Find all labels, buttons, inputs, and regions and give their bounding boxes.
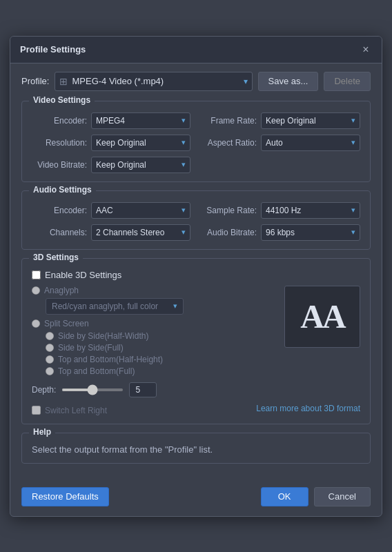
frame-rate-value: Keep Original [266,116,351,126]
profile-value: MPEG-4 Video (*.mp4) [72,76,239,86]
sample-rate-select[interactable]: 44100 Hz ▾ [261,202,360,219]
side-by-side-full-label: Side by Side(Full) [58,343,124,353]
profile-row: Profile: ⊞ MPEG-4 Video (*.mp4) ▾ Save a… [21,72,371,91]
side-by-side-half-label: Side by Side(Half-Width) [58,331,148,341]
3d-options: Anaglyph Red/cyan anaglyph, full color ▾… [32,286,277,378]
profile-label: Profile: [21,76,49,86]
preview-text: AA [300,297,344,335]
dialog-title: Profile Settings [20,44,86,55]
channels-value: 2 Channels Stereo [96,228,182,237]
anaglyph-select[interactable]: Red/cyan anaglyph, full color ▾ [46,298,184,315]
video-settings-grid: Encoder: MPEG4 ▾ Resolution: Keep Origin… [32,112,360,173]
audio-bitrate-arrow: ▾ [351,228,355,237]
frame-rate-arrow: ▾ [351,116,355,125]
save-as-button[interactable]: Save as... [258,72,319,91]
aspect-ratio-arrow: ▾ [351,138,355,147]
aspect-ratio-label: Aspect Ratio: [202,138,257,148]
profile-settings-dialog: Profile Settings × Profile: ⊞ MPEG-4 Vid… [10,36,382,517]
switch-lr-checkbox[interactable] [32,406,41,415]
depth-row: Depth: [32,382,360,397]
side-by-side-full-row: Side by Side(Full) [46,343,277,353]
audio-bitrate-select[interactable]: 96 kbps ▾ [261,224,360,241]
channels-arrow: ▾ [182,228,186,237]
aspect-ratio-row: Aspect Ratio: Auto ▾ [202,135,360,151]
channels-label: Channels: [32,228,87,237]
ok-button[interactable]: OK [261,487,308,506]
audio-encoder-row: Encoder: AAC ▾ [32,202,190,219]
resolution-value: Keep Original [96,138,182,148]
enable-3d-label: Enable 3D Settings [45,270,121,280]
video-settings-section: Video Settings Encoder: MPEG4 ▾ Resoluti… [21,101,371,182]
audio-col-2: Sample Rate: 44100 Hz ▾ Audio Bitrate: 9… [202,202,360,241]
side-by-side-half-row: Side by Side(Half-Width) [46,331,277,341]
sample-rate-arrow: ▾ [351,206,355,215]
video-bitrate-arrow: ▾ [182,160,186,169]
resolution-select[interactable]: Keep Original ▾ [91,135,190,151]
depth-slider[interactable] [61,388,124,391]
anaglyph-label: Anaglyph [44,286,79,295]
dialog-content: Profile: ⊞ MPEG-4 Video (*.mp4) ▾ Save a… [10,63,382,482]
audio-bitrate-value: 96 kbps [266,228,351,237]
resolution-row: Resolution: Keep Original ▾ [32,135,190,151]
anaglyph-radio[interactable] [32,286,40,295]
encoder-value: MPEG4 [96,116,182,126]
learn-3d-link[interactable]: Learn more about 3D format [256,404,360,413]
audio-settings-grid: Encoder: AAC ▾ Channels: 2 Channels Ster… [32,202,360,241]
3d-section-title: 3D Settings [29,253,83,262]
depth-input[interactable] [129,382,157,397]
encoder-row: Encoder: MPEG4 ▾ [32,112,190,129]
resolution-arrow: ▾ [182,138,186,147]
audio-encoder-select[interactable]: AAC ▾ [91,202,190,219]
split-screen-radio[interactable] [32,319,40,328]
enable-3d-checkbox[interactable] [32,270,41,279]
resolution-label: Resolution: [32,138,87,148]
depth-label: Depth: [32,385,56,395]
profile-select[interactable]: ⊞ MPEG-4 Video (*.mp4) ▾ [55,72,252,91]
switch-learn-row: Switch Left Right Learn more about 3D fo… [32,402,360,415]
video-bitrate-select[interactable]: Keep Original ▾ [91,157,190,173]
top-bottom-full-label: Top and Bottom(Full) [58,366,135,376]
top-bottom-full-radio[interactable] [46,367,54,375]
encoder-label: Encoder: [32,116,87,126]
frame-rate-select[interactable]: Keep Original ▾ [261,112,360,129]
video-bitrate-label: Video Bitrate: [32,160,87,170]
enable-3d-row: Enable 3D Settings [32,270,360,280]
audio-col-1: Encoder: AAC ▾ Channels: 2 Channels Ster… [32,202,190,241]
top-bottom-half-radio[interactable] [46,355,54,364]
close-button[interactable]: × [360,43,372,56]
restore-defaults-button[interactable]: Restore Defaults [21,487,109,506]
video-section-title: Video Settings [29,95,95,105]
audio-settings-section: Audio Settings Encoder: AAC ▾ Channels: … [21,190,371,250]
audio-encoder-arrow: ▾ [182,206,186,215]
encoder-select[interactable]: MPEG4 ▾ [91,112,190,129]
sample-rate-label: Sample Rate: [202,206,257,215]
top-bottom-half-row: Top and Bottom(Half-Height) [46,355,277,364]
side-by-side-half-radio[interactable] [46,332,54,340]
cancel-button[interactable]: Cancel [314,487,371,506]
video-bitrate-row: Video Bitrate: Keep Original ▾ [32,157,190,173]
side-by-side-full-radio[interactable] [46,344,54,352]
profile-dropdown-arrow: ▾ [244,77,248,86]
3d-layout: Anaglyph Red/cyan anaglyph, full color ▾… [32,286,360,378]
delete-button[interactable]: Delete [324,72,371,91]
anaglyph-row: Anaglyph [32,286,277,295]
help-section: Help Select the output format from the "… [21,433,371,464]
help-title: Help [29,427,55,437]
profile-icon: ⊞ [59,76,68,87]
audio-bitrate-label: Audio Bitrate: [202,228,257,237]
split-screen-label: Split Screen [44,319,89,328]
anaglyph-arrow: ▾ [173,302,177,310]
aspect-ratio-select[interactable]: Auto ▾ [261,135,360,151]
3d-preview: AA [284,286,360,348]
audio-section-title: Audio Settings [29,185,96,195]
footer-right: OK Cancel [261,487,371,506]
top-bottom-full-row: Top and Bottom(Full) [46,366,277,376]
3d-settings-section: 3D Settings Enable 3D Settings Anaglyph … [21,258,371,424]
sample-rate-value: 44100 Hz [266,206,351,215]
channels-select[interactable]: 2 Channels Stereo ▾ [91,224,190,241]
audio-bitrate-row: Audio Bitrate: 96 kbps ▾ [202,224,360,241]
title-bar: Profile Settings × [10,37,382,63]
channels-row: Channels: 2 Channels Stereo ▾ [32,224,190,241]
video-col-1: Encoder: MPEG4 ▾ Resolution: Keep Origin… [32,112,190,173]
video-col-2: Frame Rate: Keep Original ▾ Aspect Ratio… [202,112,360,173]
